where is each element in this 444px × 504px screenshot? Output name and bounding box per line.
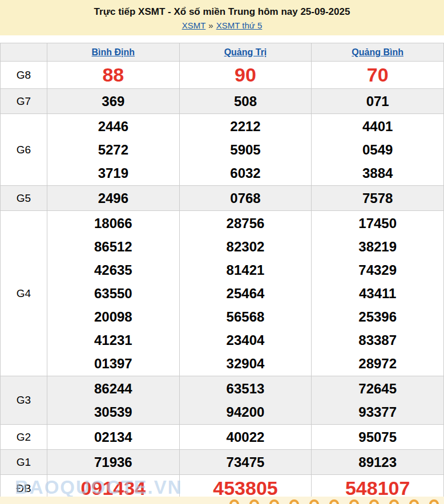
prize-row-g8: G8889070 xyxy=(1,62,444,89)
lotto-ball-icon xyxy=(389,499,399,504)
prize-row-g3: G3862443053963513942007264593377 xyxy=(1,376,444,425)
prize-number: 25464 xyxy=(180,282,312,305)
prize-cell: 8624430539 xyxy=(47,376,180,425)
prize-row-g1: G1719367347589123 xyxy=(1,450,444,475)
province-link-quang-binh[interactable]: Quảng Bình xyxy=(352,47,403,57)
prize-label-g7: G7 xyxy=(1,89,47,114)
prize-number: 38219 xyxy=(312,235,443,258)
prize-number: 20098 xyxy=(47,305,179,328)
prize-cell: 369 xyxy=(47,89,180,114)
top-banner: Trực tiếp XSMT - Xổ số miền Trung hôm na… xyxy=(0,0,444,35)
prize-label-g4: G4 xyxy=(1,211,47,376)
prize-cell: 7578 xyxy=(312,186,444,211)
prize-number: 94200 xyxy=(180,400,312,424)
prize-cell: 40022 xyxy=(179,425,312,450)
prize-number: 63513 xyxy=(180,377,312,400)
prize-number: 508 xyxy=(180,90,312,113)
province-link-quang-tri[interactable]: Quảng Trị xyxy=(224,47,267,57)
corner-cell xyxy=(1,43,47,62)
prize-label-g8: G8 xyxy=(1,62,47,89)
prize-number: 90 xyxy=(180,62,312,88)
province-link-binh-dinh[interactable]: Bình Định xyxy=(92,47,135,57)
prize-label-g6: G6 xyxy=(1,114,47,186)
prize-number: 95075 xyxy=(312,425,443,449)
prize-number: 7578 xyxy=(312,186,443,210)
prize-cell: 88 xyxy=(47,62,180,89)
lotto-ball-icon xyxy=(429,499,439,504)
prize-number: 4401 xyxy=(312,115,443,138)
prize-cell: 70 xyxy=(312,62,444,89)
prize-number: 18066 xyxy=(47,212,179,235)
prize-cell: 73475 xyxy=(179,450,312,475)
prize-number: 40022 xyxy=(180,425,312,449)
prize-number: 01397 xyxy=(47,352,179,375)
prize-number: 30539 xyxy=(47,400,179,424)
prize-cell: 95075 xyxy=(312,425,444,450)
prize-number: 70 xyxy=(312,62,443,88)
prize-number: 369 xyxy=(47,90,179,113)
lotto-ball-icon xyxy=(349,499,359,504)
prize-cell: 71936 xyxy=(47,450,180,475)
prize-cell: 18066865124263563550200984123101397 xyxy=(47,211,180,376)
bottom-strip xyxy=(0,497,444,504)
prize-number: 86512 xyxy=(47,235,179,258)
prize-number: 82302 xyxy=(180,235,312,258)
prize-label-g1: G1 xyxy=(1,450,47,475)
prize-cell: 2496 xyxy=(47,186,180,211)
prize-number: 83387 xyxy=(312,328,443,352)
prize-number: 28972 xyxy=(312,352,443,375)
breadcrumb-link-xsmt-thu-5[interactable]: XSMT thứ 5 xyxy=(216,21,263,30)
prize-number: 73475 xyxy=(180,450,312,474)
prize-row-g6: G6244652723719221259056032440105493884 xyxy=(1,114,444,186)
results-table-body: G8889070G7369508071G62446527237192212590… xyxy=(1,62,444,502)
column-header-quang-binh: Quảng Bình xyxy=(312,43,444,62)
prize-cell: 508 xyxy=(179,89,312,114)
prize-number: 3884 xyxy=(312,161,443,185)
prize-number: 25396 xyxy=(312,305,443,328)
prize-number: 93377 xyxy=(312,400,443,424)
prize-cell: 02134 xyxy=(47,425,180,450)
lotto-ball-icon xyxy=(289,499,299,504)
prize-cell: 28756823028142125464565682340432904 xyxy=(179,211,312,376)
lotto-ball-icon xyxy=(269,499,279,504)
prize-number: 5272 xyxy=(47,138,179,161)
prize-number: 74329 xyxy=(312,258,443,282)
prize-cell: 7264593377 xyxy=(312,376,444,425)
lotto-ball-icon xyxy=(249,499,259,504)
prize-cell: 071 xyxy=(312,89,444,114)
lotto-ball-icon xyxy=(329,499,339,504)
prize-number: 89123 xyxy=(312,450,443,474)
prize-number: 0549 xyxy=(312,138,443,161)
page-title: Trực tiếp XSMT - Xổ số miền Trung hôm na… xyxy=(5,6,439,18)
prize-cell: 6351394200 xyxy=(179,376,312,425)
prize-number: 32904 xyxy=(180,352,312,375)
results-table: Bình Định Quảng Trị Quảng Bình G8889070G… xyxy=(0,43,444,502)
prize-number: 28756 xyxy=(180,212,312,235)
prize-cell: 90 xyxy=(179,62,312,89)
breadcrumb-link-xsmt[interactable]: XSMT xyxy=(182,21,206,30)
prize-row-g5: G5249607687578 xyxy=(1,186,444,211)
prize-number: 071 xyxy=(312,90,443,113)
breadcrumb-separator: » xyxy=(208,21,213,30)
page: { "page": { "title": "Trực tiếp XSMT - X… xyxy=(0,0,444,504)
prize-number: 43411 xyxy=(312,282,443,305)
prize-cell: 17450382197432943411253968338728972 xyxy=(312,211,444,376)
column-header-binh-dinh: Bình Định xyxy=(47,43,180,62)
prize-number: 2496 xyxy=(47,186,179,210)
prize-number: 0768 xyxy=(180,186,312,210)
prize-number: 17450 xyxy=(312,212,443,235)
lotto-ball-icon xyxy=(369,499,379,504)
prize-number: 23404 xyxy=(180,328,312,352)
prize-number: 56568 xyxy=(180,305,312,328)
prize-cell: 221259056032 xyxy=(179,114,312,186)
prize-cell: 440105493884 xyxy=(312,114,444,186)
prize-number: 72645 xyxy=(312,377,443,400)
prize-row-g7: G7369508071 xyxy=(1,89,444,114)
prize-number: 2212 xyxy=(180,115,312,138)
prize-cell: 0768 xyxy=(179,186,312,211)
prize-number: 2446 xyxy=(47,115,179,138)
prize-number: 5905 xyxy=(180,138,312,161)
prize-label-g3: G3 xyxy=(1,376,47,425)
prize-number: 6032 xyxy=(180,161,312,185)
prize-number: 81421 xyxy=(180,258,312,282)
